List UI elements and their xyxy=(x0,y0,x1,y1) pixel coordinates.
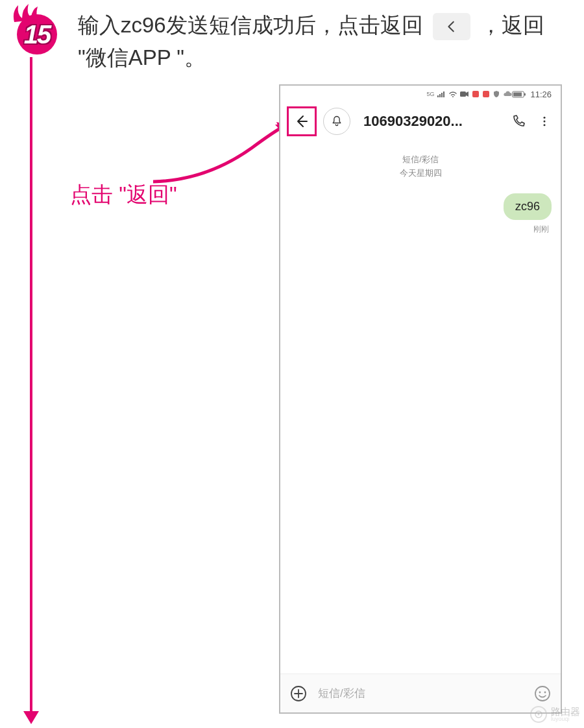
meta-date: 今天星期四 xyxy=(289,167,552,180)
network-label: 5G xyxy=(426,91,434,97)
back-button[interactable] xyxy=(287,106,317,136)
svg-point-8 xyxy=(544,124,546,126)
status-right: 11:26 xyxy=(512,90,552,99)
compose-add-button[interactable] xyxy=(288,683,309,704)
camera-icon xyxy=(460,91,469,97)
timeline-line xyxy=(30,57,32,718)
svg-rect-1 xyxy=(472,91,479,97)
svg-point-10 xyxy=(535,686,550,701)
status-time: 11:26 xyxy=(530,90,552,99)
timeline-arrowhead xyxy=(23,711,39,724)
notification-bell-button[interactable] xyxy=(323,108,350,135)
status-bar: 5G 11:26 xyxy=(280,86,561,103)
status-left: 5G xyxy=(426,90,512,98)
watermark: 路由器 luyouqi xyxy=(530,706,580,723)
phone-frame: 5G 11:26 10690329020... xyxy=(279,84,562,714)
message-row: zc96 xyxy=(289,193,552,220)
svg-point-14 xyxy=(538,714,540,716)
inline-back-chip xyxy=(433,13,470,40)
svg-rect-0 xyxy=(460,91,466,97)
svg-rect-5 xyxy=(513,92,522,96)
bell-icon xyxy=(330,115,343,128)
shield-icon xyxy=(493,90,500,98)
step-number: 15 xyxy=(17,14,57,55)
svg-point-12 xyxy=(544,691,546,693)
phone-icon xyxy=(511,114,526,129)
watermark-sub: luyouqi xyxy=(551,716,580,722)
back-arrow-icon xyxy=(294,114,310,129)
back-arrow-icon xyxy=(444,19,459,34)
watermark-logo-icon xyxy=(530,706,547,723)
more-vertical-icon xyxy=(538,115,551,128)
svg-point-11 xyxy=(539,691,541,693)
watermark-text: 路由器 xyxy=(551,707,580,716)
message-box-icon xyxy=(472,90,480,98)
svg-rect-4 xyxy=(524,93,526,95)
step-badge: 15 xyxy=(12,6,62,57)
svg-point-6 xyxy=(544,117,546,119)
call-button[interactable] xyxy=(506,109,531,134)
compose-input[interactable]: 短信/彩信 xyxy=(318,686,523,701)
svg-rect-2 xyxy=(483,91,489,97)
cloud-icon xyxy=(503,91,512,97)
more-menu-button[interactable] xyxy=(532,109,557,134)
compose-emoji-button[interactable] xyxy=(532,683,553,704)
emoji-icon xyxy=(533,685,552,703)
huawei-icon xyxy=(482,90,490,98)
contact-name: 10690329020... xyxy=(363,113,505,130)
messages-area: 短信/彩信 今天星期四 zc96 刚刚 xyxy=(280,140,561,673)
callout-arrow xyxy=(148,115,297,187)
signal-icon xyxy=(437,91,446,98)
compose-bar: 短信/彩信 xyxy=(280,673,561,712)
sms-titlebar: 10690329020... xyxy=(280,103,561,140)
instruction-text: 输入zc96发送短信成功后，点击返回 ，返回 "微信APP "。 xyxy=(78,9,571,73)
message-bubble[interactable]: zc96 xyxy=(504,193,552,220)
meta-type: 短信/彩信 xyxy=(289,153,552,167)
instruction-part1: 输入zc96发送短信成功后，点击返回 xyxy=(78,13,423,37)
battery-icon xyxy=(512,91,526,98)
plus-circle-icon xyxy=(289,685,308,703)
wifi-icon xyxy=(448,91,457,98)
message-meta: 短信/彩信 今天星期四 xyxy=(289,153,552,180)
message-time: 刚刚 xyxy=(289,224,552,235)
svg-point-7 xyxy=(544,121,546,123)
callout-text: 点击 "返回" xyxy=(70,180,177,210)
